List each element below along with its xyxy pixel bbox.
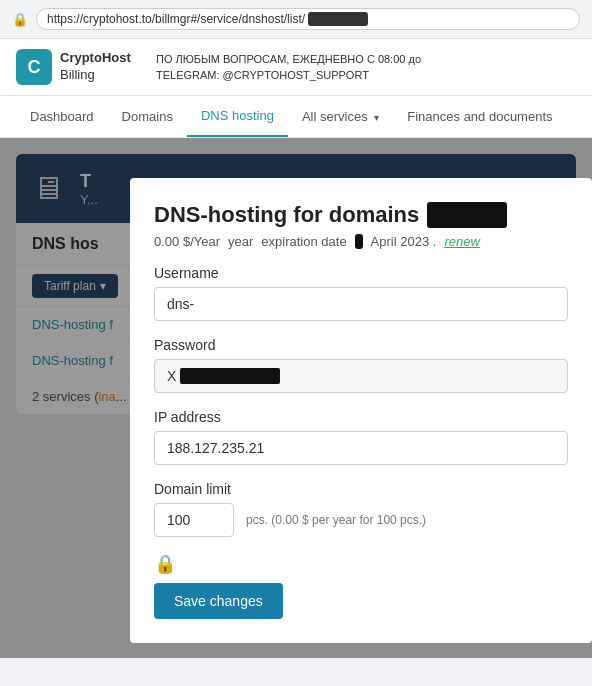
domain-limit-note: pcs. (0.00 $ per year for 100 pcs.) <box>246 513 426 527</box>
url-masked <box>308 12 368 26</box>
ip-address-label: IP address <box>154 409 568 425</box>
domain-limit-row: pcs. (0.00 $ per year for 100 pcs.) <box>154 503 568 537</box>
password-input-display[interactable]: X <box>154 359 568 393</box>
notice-line1: ПО ЛЮБЫМ ВОПРОСАМ, ЕЖЕДНЕВНО С 08:00 до <box>156 51 421 68</box>
company-name: CryptoHost <box>60 50 131 67</box>
modal-expiration-masked <box>355 234 363 249</box>
modal-price: 0.00 $/Year <box>154 234 220 249</box>
modal-title-masked <box>427 202 507 228</box>
password-group: Password X <box>154 337 568 393</box>
password-masked <box>180 368 280 384</box>
nav-dns-hosting[interactable]: DNS hosting <box>187 96 288 137</box>
modal-expiration-date: April 2023 . <box>371 234 437 249</box>
username-group: Username <box>154 265 568 321</box>
logo-area: C CryptoHost Billing <box>16 49 136 85</box>
modal-meta: 0.00 $/Year year expiration date April 2… <box>154 234 568 249</box>
site-header: C CryptoHost Billing ПО ЛЮБЫМ ВОПРОСАМ, … <box>0 39 592 96</box>
modal-period: year <box>228 234 253 249</box>
modal-renew-link[interactable]: renew <box>444 234 479 249</box>
url-bar[interactable]: https://cryptohost.to/billmgr#/service/d… <box>36 8 580 30</box>
nav-finances[interactable]: Finances and documents <box>393 97 566 136</box>
username-label: Username <box>154 265 568 281</box>
domain-limit-group: Domain limit pcs. (0.00 $ per year for 1… <box>154 481 568 537</box>
modal: DNS-hosting for domains 0.00 $/Year year… <box>130 178 592 643</box>
url-text: https://cryptohost.to/billmgr#/service/d… <box>47 12 305 26</box>
nav-all-services[interactable]: All services ▾ <box>288 97 393 136</box>
page-content: 🖥 T Y... DNS hos Tariff plan ▾ DNS-hosti… <box>0 138 592 658</box>
ip-address-group: IP address <box>154 409 568 465</box>
modal-header: DNS-hosting for domains 0.00 $/Year year… <box>154 202 568 249</box>
modal-title: DNS-hosting for domains <box>154 202 568 228</box>
modal-expiration-label: expiration date <box>261 234 346 249</box>
domain-limit-input[interactable] <box>154 503 234 537</box>
username-input[interactable] <box>154 287 568 321</box>
all-services-dropdown-arrow: ▾ <box>374 112 379 123</box>
ip-address-input[interactable] <box>154 431 568 465</box>
site-nav: Dashboard Domains DNS hosting All servic… <box>0 96 592 138</box>
lock-icon: 🔒 <box>12 12 28 27</box>
browser-bar: 🔒 https://cryptohost.to/billmgr#/service… <box>0 0 592 39</box>
logo-text: CryptoHost Billing <box>60 50 131 84</box>
billing-label: Billing <box>60 67 131 84</box>
logo-icon: C <box>16 49 52 85</box>
nav-domains[interactable]: Domains <box>108 97 187 136</box>
nav-dashboard[interactable]: Dashboard <box>16 97 108 136</box>
save-button[interactable]: Save changes <box>154 583 283 619</box>
password-label: Password <box>154 337 568 353</box>
password-prefix: X <box>167 368 176 384</box>
domain-limit-label: Domain limit <box>154 481 568 497</box>
lock-hint-icon: 🔒 <box>154 553 568 575</box>
notice-line2: TELEGRAM: @CRYPTOHOST_SUPPORT <box>156 67 421 84</box>
header-notice: ПО ЛЮБЫМ ВОПРОСАМ, ЕЖЕДНЕВНО С 08:00 до … <box>156 51 421 84</box>
